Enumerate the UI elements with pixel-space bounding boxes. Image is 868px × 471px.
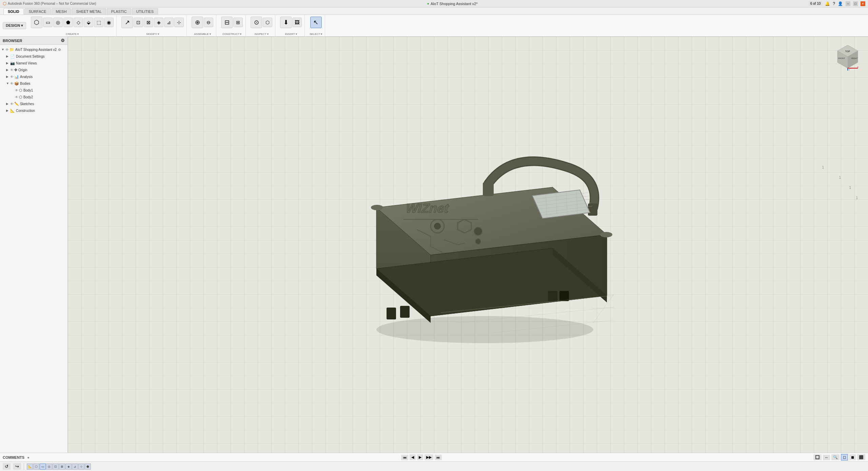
insert-derive[interactable]: ⬇ — [280, 17, 292, 28]
browser-item-origin[interactable]: ▶ 👁 ✤ Origin — [0, 66, 67, 73]
view-zoom[interactable]: 🔍 — [831, 454, 840, 460]
toolbar-group-modify: ↗ ⊡ ⊠ ◈ ⊿ ⊹ MODIFY ▾ — [119, 15, 187, 36]
modify-draft[interactable]: ⊿ — [164, 18, 174, 27]
eye-sketches[interactable]: 👁 — [10, 102, 14, 106]
inspect-label[interactable]: INSPECT ▾ — [255, 33, 269, 36]
modify-shell[interactable]: ◈ — [154, 18, 163, 27]
view-display[interactable]: ◼ — [849, 454, 856, 460]
history-item[interactable]: ⬡ — [33, 464, 39, 470]
browser-item-root[interactable]: ▼ 👁 📁 AIoT Shopping Assistant v2 ⚙ — [0, 46, 67, 53]
analysis-label: Analysis — [20, 75, 33, 79]
modify-label[interactable]: MODIFY ▾ — [146, 33, 159, 36]
toolbar-group-create: ⬡ ▭ ◎ ⬟ ◇ ⬙ ⬚ ◉ CREATE ▾ — [28, 15, 117, 36]
svg-point-5 — [474, 227, 482, 235]
browser-item-body2[interactable]: 👁 ⬡ Body2 — [0, 94, 67, 100]
insert-canvas[interactable]: 🖼 — [292, 18, 302, 27]
history-item[interactable]: ⊡ — [53, 464, 59, 470]
construct-axis[interactable]: ⊞ — [233, 18, 243, 27]
undo-button[interactable]: ↺ — [3, 463, 11, 470]
timeline-play[interactable]: ▶ — [417, 454, 423, 460]
select-label[interactable]: SELECT ▾ — [310, 33, 322, 36]
minimize-button[interactable]: – — [846, 1, 850, 6]
history-item[interactable]: ⊠ — [59, 464, 65, 470]
browser-item-sketches[interactable]: ▶ 👁 ✏️ Sketches — [0, 100, 67, 107]
create-revolve[interactable]: ◎ — [53, 18, 63, 27]
timeline-first[interactable]: ⏮ — [401, 455, 408, 460]
svg-text:FRONT: FRONT — [838, 57, 845, 59]
nav-cube[interactable]: TOP RIGHT FRONT Y X — [834, 43, 861, 71]
timeline-last[interactable]: ⏭ — [435, 455, 442, 460]
browser-item-analysis[interactable]: ▶ 👁 📊 Analysis — [0, 73, 67, 80]
timeline-prev[interactable]: ◀ — [410, 454, 416, 460]
create-sweep[interactable]: ⬟ — [63, 18, 73, 27]
maximize-button[interactable]: □ — [853, 1, 858, 6]
titlebar-right: 6 of 10 🔔 ? 👤 – □ ✕ — [809, 1, 865, 6]
modify-press-pull[interactable]: ↗ — [121, 17, 133, 28]
version-badge: 6 of 10 — [809, 1, 823, 6]
redo-button[interactable]: ↪ — [13, 463, 21, 470]
view-orbit[interactable]: ◻ — [841, 454, 848, 460]
tab-mesh[interactable]: MESH — [52, 8, 71, 15]
assemble-joint[interactable]: ⊖ — [204, 18, 213, 27]
main-area: BROWSER ⚙ ▼ 👁 📁 AIoT Shopping Assistant … — [0, 37, 868, 453]
design-dropdown[interactable]: DESIGN ▾ — [3, 22, 26, 29]
comments-dot: ● — [27, 455, 29, 459]
history-item[interactable]: ◎ — [46, 464, 52, 470]
modify-more[interactable]: ⊹ — [174, 18, 184, 27]
browser-settings-icon[interactable]: ⚙ — [61, 38, 65, 43]
inspect-measure[interactable]: ⊙ — [251, 17, 262, 28]
notif-icon[interactable]: 🔔 — [825, 1, 830, 6]
history-item[interactable]: ◈ — [65, 464, 72, 470]
browser-item-doc-settings[interactable]: ▶ 📄 Document Settings — [0, 53, 67, 60]
eye-origin[interactable]: 👁 — [10, 68, 14, 72]
body2-label: Body2 — [23, 95, 33, 99]
history-item[interactable]: ⊿ — [72, 464, 78, 470]
browser-item-body1[interactable]: 👁 ⬡ Body1 — [0, 87, 67, 94]
sketches-label: Sketches — [20, 102, 34, 106]
view-visual[interactable]: ⬛ — [857, 454, 865, 460]
create-label[interactable]: CREATE ▾ — [66, 33, 79, 36]
help-icon[interactable]: ? — [833, 1, 835, 6]
create-more[interactable]: ◉ — [104, 18, 114, 27]
eye-body1[interactable]: 👁 — [15, 89, 18, 92]
history-item-active[interactable]: ▭ — [40, 464, 46, 470]
create-web[interactable]: ⬚ — [94, 18, 103, 27]
eye-analysis[interactable]: 👁 — [10, 75, 14, 79]
toolbar-group-select: ↖ SELECT ▾ — [307, 15, 325, 36]
assemble-label[interactable]: ASSEMBLE ▾ — [194, 33, 211, 36]
select-tool[interactable]: ↖ — [310, 17, 322, 28]
tab-plastic[interactable]: PLASTIC — [107, 8, 131, 15]
browser-item-construction[interactable]: ▶ 📐 Construction — [0, 107, 67, 114]
create-loft[interactable]: ◇ — [74, 18, 83, 27]
modify-fillet[interactable]: ⊡ — [134, 18, 143, 27]
user-icon[interactable]: 👤 — [838, 1, 843, 6]
insert-label[interactable]: INSERT ▾ — [285, 33, 297, 36]
corner-tr — [600, 232, 612, 237]
history-item[interactable]: ⬟ — [85, 464, 91, 470]
create-extrude[interactable]: ▭ — [43, 18, 53, 27]
construct-plane[interactable]: ⊟ — [221, 17, 233, 28]
tab-surface[interactable]: SURFACE — [24, 8, 51, 15]
viewport[interactable]: WIZnet — [68, 37, 868, 453]
tab-sheet-metal[interactable]: SHEET METAL — [72, 8, 106, 15]
eye-root[interactable]: 👁 — [5, 48, 9, 52]
history-item[interactable]: ⊹ — [78, 464, 84, 470]
close-button[interactable]: ✕ — [861, 1, 865, 6]
create-new-component[interactable]: ⬡ — [31, 17, 42, 28]
eye-body2[interactable]: 👁 — [15, 95, 18, 99]
modify-chamfer[interactable]: ⊠ — [144, 18, 153, 27]
tab-solid[interactable]: SOLID — [3, 8, 24, 15]
view-grid-toggle[interactable]: 🔲 — [813, 454, 822, 460]
browser-item-named-views[interactable]: ▶ 📷 Named Views — [0, 60, 67, 66]
timeline-next[interactable]: ▶▶ — [425, 454, 433, 460]
tab-utilities[interactable]: UTILITIES — [132, 8, 158, 15]
view-pan[interactable]: ↔ — [823, 455, 830, 460]
inspect-section[interactable]: ⬡ — [263, 18, 272, 27]
create-rib[interactable]: ⬙ — [84, 18, 93, 27]
history-item[interactable]: 📐 — [27, 464, 33, 470]
eye-bodies[interactable]: 👁 — [10, 82, 14, 85]
assemble-new-component[interactable]: ⊕ — [192, 17, 203, 28]
browser-item-bodies[interactable]: ▼ 👁 📦 Bodies — [0, 80, 67, 87]
construct-label[interactable]: CONSTRUCT ▾ — [222, 33, 241, 36]
status-bar: COMMENTS ● ⏮ ◀ ▶ ▶▶ ⏭ 🔲 ↔ 🔍 ◻ ◼ ⬛ — [0, 453, 868, 462]
